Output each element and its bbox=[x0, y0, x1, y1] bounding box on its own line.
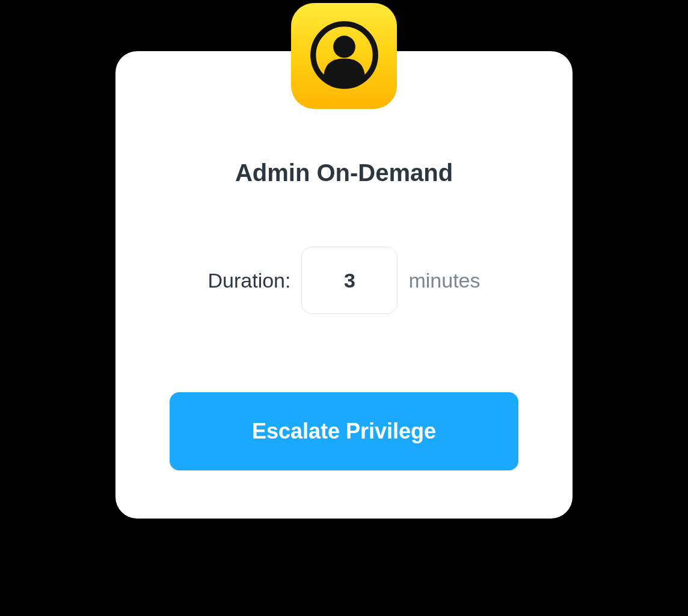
dialog-title: Admin On-Demand bbox=[235, 159, 453, 186]
duration-value: 3 bbox=[344, 269, 355, 292]
duration-label: Duration: bbox=[207, 269, 290, 292]
escalate-button-label: Escalate Privilege bbox=[252, 419, 436, 443]
dialog-card: Admin On-Demand Duration: 3 minutes Esca… bbox=[115, 3, 573, 519]
duration-row: Duration: 3 minutes bbox=[207, 247, 480, 314]
svg-point-1 bbox=[333, 35, 355, 58]
app-icon-tile bbox=[291, 3, 397, 109]
escalate-privilege-button[interactable]: Escalate Privilege bbox=[170, 392, 518, 470]
duration-input[interactable]: 3 bbox=[301, 247, 398, 314]
duration-unit: minutes bbox=[408, 269, 480, 292]
person-circle-icon bbox=[310, 20, 379, 92]
card-body: Admin On-Demand Duration: 3 minutes Esca… bbox=[115, 51, 573, 519]
